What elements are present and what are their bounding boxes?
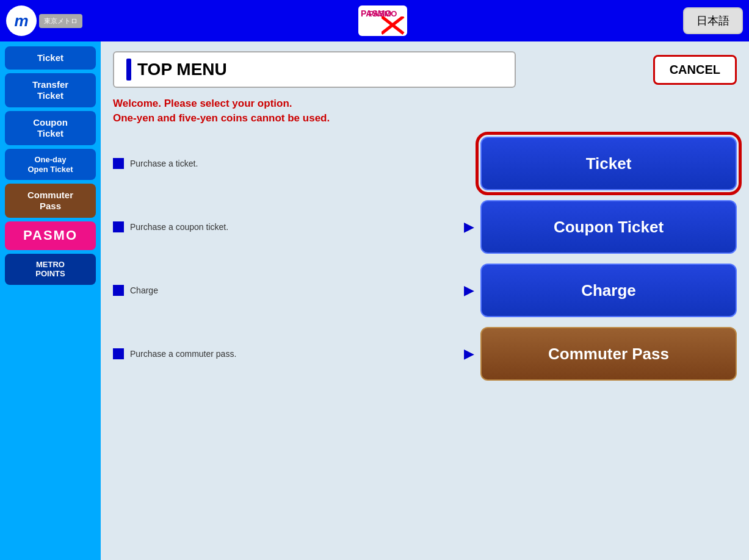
- row-left-coupon: Purchase a coupon ticket.: [113, 221, 308, 232]
- menu-rows: Purchase a ticket. Ticket Purchase a cou…: [113, 137, 737, 381]
- sidebar-item-ticket[interactable]: Ticket: [5, 46, 96, 70]
- welcome-line1: Welcome. Please select your option.: [113, 98, 737, 110]
- cancel-button[interactable]: CANCEL: [653, 55, 737, 85]
- menu-row-ticket: Purchase a ticket. Ticket: [113, 137, 737, 190]
- pasmo-x-logo: PASMO: [358, 5, 407, 36]
- page-title-box: TOP MENU: [113, 51, 516, 88]
- metro-text-logo: 東京メトロ: [39, 14, 82, 28]
- row-right-ticket: Ticket: [308, 137, 737, 190]
- commuter-description: Purchase a commuter pass.: [130, 349, 236, 359]
- commuter-pass-button[interactable]: Commuter Pass: [480, 327, 737, 381]
- pasmo-logo-area: PASMO: [358, 5, 407, 36]
- top-section: TOP MENU CANCEL: [113, 51, 737, 88]
- row-right-charge: ▶ Charge: [308, 264, 737, 317]
- row-right-coupon: ▶ Coupon Ticket: [308, 200, 737, 254]
- blue-square-icon: [113, 348, 124, 359]
- menu-row-charge: Charge ▶ Charge: [113, 264, 737, 317]
- content-area: TOP MENU CANCEL Welcome. Please select y…: [101, 41, 749, 560]
- arrow-icon: ▶: [464, 282, 474, 298]
- main-container: Ticket TransferTicket CouponTicket One-d…: [0, 41, 749, 560]
- language-button[interactable]: 日本語: [683, 7, 743, 34]
- blue-square-icon: [113, 285, 124, 296]
- row-left-charge: Charge: [113, 285, 308, 296]
- sidebar-item-oneday-ticket[interactable]: One-dayOpen Ticket: [5, 149, 96, 180]
- header-left: m 東京メトロ: [6, 5, 82, 36]
- arrow-icon: ▶: [464, 346, 474, 362]
- blue-square-icon: [113, 158, 124, 169]
- sidebar-item-commuter-pass[interactable]: CommuterPass: [5, 184, 96, 218]
- title-accent: [126, 59, 131, 81]
- arrow-icon: ▶: [464, 219, 474, 235]
- welcome-line2: One-yen and five-yen coins cannot be use…: [113, 112, 737, 124]
- menu-row-commuter: Purchase a commuter pass. ▶ Commuter Pas…: [113, 327, 737, 381]
- charge-description: Charge: [130, 285, 158, 295]
- x-mark-icon: [382, 16, 406, 35]
- sidebar-item-metro-points[interactable]: METROPOINTS: [5, 254, 96, 285]
- ticket-description: Purchase a ticket.: [130, 159, 198, 168]
- sidebar-item-transfer-ticket[interactable]: TransferTicket: [5, 73, 96, 107]
- row-left-commuter: Purchase a commuter pass.: [113, 348, 308, 359]
- sidebar: Ticket TransferTicket CouponTicket One-d…: [0, 41, 101, 560]
- ticket-button[interactable]: Ticket: [480, 137, 737, 190]
- blue-square-icon: [113, 221, 124, 232]
- sidebar-item-coupon-ticket[interactable]: CouponTicket: [5, 111, 96, 145]
- row-left-ticket: Purchase a ticket.: [113, 158, 308, 169]
- row-right-commuter: ▶ Commuter Pass: [308, 327, 737, 381]
- menu-row-coupon: Purchase a coupon ticket. ▶ Coupon Ticke…: [113, 200, 737, 254]
- sidebar-item-pasmo[interactable]: PASMO: [5, 221, 96, 249]
- coupon-ticket-button[interactable]: Coupon Ticket: [480, 200, 737, 254]
- metro-logo: m: [6, 5, 37, 36]
- charge-button[interactable]: Charge: [480, 264, 737, 317]
- page-title: TOP MENU: [137, 60, 227, 79]
- coupon-description: Purchase a coupon ticket.: [130, 222, 228, 232]
- header: m 東京メトロ PASMO 日本語: [0, 0, 749, 41]
